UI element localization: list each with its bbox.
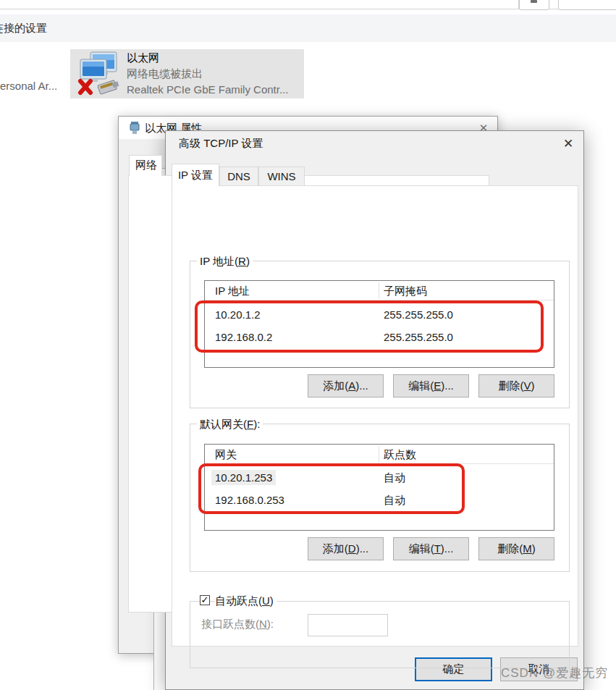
dialog-title: 高级 TCP/IP 设置 (179, 137, 263, 151)
ip-add-button[interactable]: 添加(A)... (308, 374, 384, 397)
toolbar-partial-control-1[interactable] (519, 0, 549, 10)
column-divider[interactable] (379, 446, 379, 463)
adapter-device: Realtek PCIe GbE Family Contr... (127, 83, 288, 96)
toolbar-partial-control-2[interactable] (558, 0, 616, 10)
col-ip-address[interactable]: IP 地址 (215, 285, 250, 298)
ip-settings-panel: IP 地址(R) IP 地址 子网掩码 10.20.1.2 255.255.25… (172, 185, 578, 647)
gateway-legend: 默认网关(F): (197, 418, 263, 432)
screenshot-root: 连接的设置 ersonal Ar... 以太网 网络电缆被拔出 Realtek … (0, 0, 616, 690)
ethernet-plug-icon (128, 121, 141, 135)
tab-dns[interactable]: DNS (219, 167, 258, 186)
close-icon[interactable]: ✕ (560, 135, 577, 153)
red-highlight-gateway-rows (198, 463, 465, 514)
interface-metric-label: 接口跃点数(N): (201, 618, 274, 631)
csdn-watermark: CSDN @爱趣无穷 (501, 665, 608, 681)
adapter-status: 网络电缆被拔出 (127, 67, 203, 81)
tab-ip-settings[interactable]: IP 设置 (172, 164, 219, 186)
interface-metric-input[interactable] (308, 614, 388, 636)
tab-wins[interactable]: WINS (258, 167, 305, 186)
red-highlight-ip-rows (195, 300, 544, 353)
command-bar (0, 14, 616, 42)
ip-remove-button[interactable]: 删除(V) (478, 374, 554, 397)
gateway-remove-button[interactable]: 删除(M) (478, 537, 554, 560)
col-metric[interactable]: 跃点数 (384, 448, 416, 462)
command-bar-label[interactable]: 连接的设置 (0, 22, 47, 35)
gateway-add-button[interactable]: 添加(D)... (308, 537, 384, 560)
col-subnet-mask[interactable]: 子网掩码 (384, 285, 427, 298)
advanced-tcpip-dialog: 高级 TCP/IP 设置 ✕ IP 设置 DNS WINS IP 地址(R) I… (165, 130, 584, 690)
ip-address-legend: IP 地址(R) (197, 255, 253, 269)
gateway-edit-button[interactable]: 编辑(T)... (393, 537, 469, 560)
automatic-metric-label[interactable]: 自动跃点(U) (215, 594, 277, 608)
col-gateway[interactable]: 网关 (215, 448, 237, 462)
partial-icon (531, 0, 537, 3)
tab-network[interactable]: 网络 (129, 155, 162, 176)
adapter-name: 以太网 (127, 51, 159, 65)
partial-adapter-label[interactable]: ersonal Ar... (0, 80, 57, 92)
column-divider[interactable] (379, 282, 379, 299)
network-adapter-icon (75, 51, 121, 97)
automatic-metric-checkbox[interactable]: ✓ (200, 595, 210, 605)
ip-edit-button[interactable]: 编辑(E)... (393, 374, 469, 397)
